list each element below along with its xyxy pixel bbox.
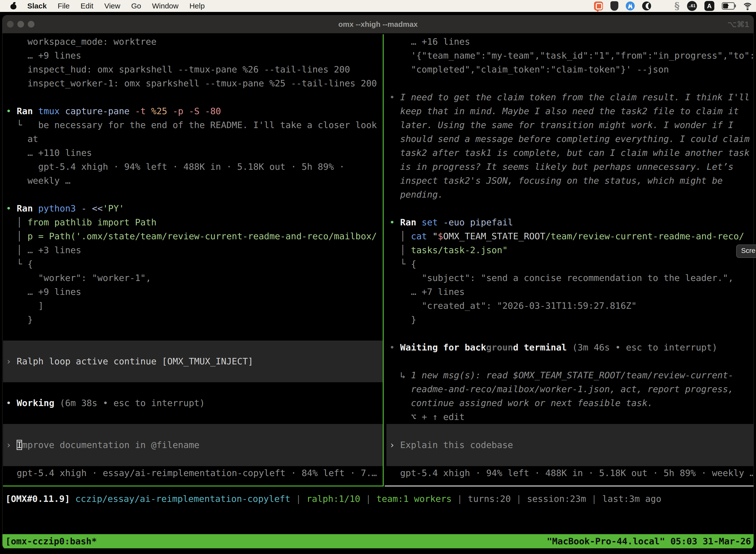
terminal-line: │ cat "$OMX_TEAM_STATE_ROOT/team/review-…	[386, 229, 754, 243]
menu-item-window[interactable]: Window	[152, 2, 179, 10]
screen-tooltip: Scre	[736, 244, 756, 258]
wifi-icon[interactable]	[742, 2, 752, 10]
dots-grid-icon[interactable]	[658, 2, 667, 10]
blank-line	[386, 327, 754, 340]
terminal-line: }	[3, 313, 383, 327]
terminal-line: … +9 lines	[3, 285, 383, 299]
blank-line	[3, 188, 383, 202]
terminal-line: }	[386, 313, 754, 327]
left-agent-pane[interactable]: workspace_mode: worktree … +9 lines insp…	[3, 33, 383, 486]
terminal-line: └ {	[386, 257, 754, 271]
squiggle-icon[interactable]: §	[674, 1, 680, 10]
tmux-status-bar: [omx-cczip0:bash* "MacBook-Pro-44.local"…	[2, 534, 754, 548]
terminal-line: continue assigned work or next feasible …	[386, 396, 754, 410]
apple-menu-icon[interactable]	[10, 2, 16, 10]
terminal-line: gpt-5.4 xhigh · 94% left · 488K in · 5.1…	[386, 466, 754, 480]
right-pane-separator	[385, 486, 754, 487]
terminal-line: │ tasks/task-2.json"	[386, 243, 754, 257]
terminal-line: "worker": "worker-1",	[3, 271, 383, 285]
terminal-line: ↳ 1 new msg(s): read $OMX_TEAM_STATE_ROO…	[386, 368, 754, 382]
terminal-line: should send a message before completing …	[386, 132, 754, 146]
terminal-line: inspect_hud: omx sparkshell --tmux-pane …	[3, 63, 383, 76]
menu-item-go[interactable]: Go	[131, 2, 141, 10]
terminal-line: • I need to get the claim token from the…	[386, 90, 754, 104]
terminal-line: readme-and-reco/mailbox/worker-1.json, a…	[386, 382, 754, 396]
menu-item-help[interactable]: Help	[189, 2, 205, 10]
prompt-input-left[interactable]: › Improve documentation in @filename	[3, 424, 383, 466]
terminal-line: inspect task2's JSON, focusing on the st…	[386, 174, 754, 188]
terminal-line: weekly …	[3, 174, 383, 188]
terminal-line: task2 after task1 is complete, but can I…	[386, 146, 754, 160]
menu-item-view[interactable]: View	[104, 2, 120, 10]
ralph-loop-banner: › Ralph loop active continue [OMX_TMUX_I…	[3, 340, 383, 382]
macos-menu-bar: Slack FileEditViewGoWindowHelp § ..61 A	[0, 0, 756, 12]
terminal-line: "completed","claim_token":"claim-token"}…	[386, 63, 754, 76]
shield-grid-icon[interactable]	[611, 1, 618, 11]
terminal-window: omx --xhigh --madmax ⌥⌘1 workspace_mode:…	[2, 15, 754, 549]
window-title: omx --xhigh --madmax	[2, 15, 754, 33]
badge-61-icon[interactable]: ..61	[687, 1, 697, 11]
terminal-line: … +16 lines	[386, 35, 754, 49]
terminal-line: keep that in mind. Maybe I also need the…	[386, 104, 754, 118]
terminal-line: gpt-5.4 xhigh · essay/ai-reimplementatio…	[3, 466, 383, 480]
terminal-line: │ p = Path('.omx/state/team/review-curre…	[3, 229, 383, 243]
blank-line	[386, 354, 754, 368]
window-shortcut-hint: ⌥⌘1	[728, 15, 749, 33]
letter-a-icon[interactable]: A	[704, 1, 714, 11]
terminal-line: pending.	[386, 188, 754, 202]
terminal-line: • Ran set -euo pipefail	[386, 215, 754, 229]
blank-line	[3, 90, 383, 104]
terminal-line: │ … +3 lines	[3, 243, 383, 257]
blank-line	[386, 202, 754, 215]
tmux-session-label: [omx-cczip0:bash*	[2, 534, 97, 548]
terminal-line: at	[3, 132, 383, 146]
menu-app-name[interactable]: Slack	[27, 2, 47, 10]
terminal-content: workspace_mode: worktree … +9 lines insp…	[2, 33, 754, 549]
prompt-input-right[interactable]: › Explain this codebase	[386, 424, 754, 466]
terminal-line: later. Using the same for transition mig…	[386, 118, 754, 132]
terminal-line: • Ran python3 - <<'PY'	[3, 202, 383, 215]
omx-status-line: [OMX#0.11.9] cczip/essay/ai-reimplementa…	[2, 492, 754, 506]
menu-item-file[interactable]: File	[58, 2, 69, 10]
menu-item-edit[interactable]: Edit	[81, 2, 93, 10]
blank-line	[3, 382, 383, 396]
blank-line	[3, 327, 383, 340]
terminal-line: • Ran tmux capture-pane -t %25 -p -S -80	[3, 104, 383, 118]
tmux-host-clock: "MacBook-Pro-44.local" 05:03 31-Mar-26	[547, 534, 754, 548]
right-agent-pane[interactable]: … +16 lines '{"team_name":"my-team","tas…	[386, 33, 754, 486]
terminal-line: ]	[3, 299, 383, 313]
terminal-line: └ be necessary for the end of the README…	[3, 118, 383, 132]
terminal-line: … +7 lines	[386, 285, 754, 299]
blank-line	[3, 410, 383, 424]
terminal-line: └ {	[3, 257, 383, 271]
blue-bolt-icon[interactable]	[626, 1, 635, 10]
crescent-icon[interactable]	[642, 1, 651, 10]
chat-app-icon[interactable]	[594, 1, 603, 10]
terminal-line: gpt-5.4 xhigh · 94% left · 488K in · 5.1…	[3, 160, 383, 174]
terminal-line: • Working (6m 38s • esc to interrupt)	[3, 396, 383, 410]
left-pane-separator	[3, 486, 384, 487]
terminal-line: is in progress? It seems likely but perh…	[386, 160, 754, 174]
terminal-line: │ from pathlib import Path	[3, 215, 383, 229]
battery-icon[interactable]	[722, 2, 735, 10]
window-title-bar[interactable]: omx --xhigh --madmax ⌥⌘1	[2, 15, 754, 33]
terminal-line: • Waiting for background terminal (3m 46…	[386, 340, 754, 354]
terminal-line: "created_at": "2026-03-31T11:59:27.816Z"	[386, 299, 754, 313]
terminal-line: '{"team_name":"my-team","task_id":"1","f…	[386, 49, 754, 63]
terminal-line: ⌥ + ↑ edit	[386, 410, 754, 424]
terminal-line: … +110 lines	[3, 146, 383, 160]
blank-line	[386, 76, 754, 90]
terminal-line: workspace_mode: worktree	[3, 35, 383, 49]
terminal-line: … +9 lines	[3, 49, 383, 63]
terminal-line: "subject": "send a concise recommendatio…	[386, 271, 754, 285]
tmux-pane-border[interactable]	[383, 34, 384, 486]
terminal-line: inspect_worker-1: omx sparkshell --tmux-…	[3, 76, 383, 90]
